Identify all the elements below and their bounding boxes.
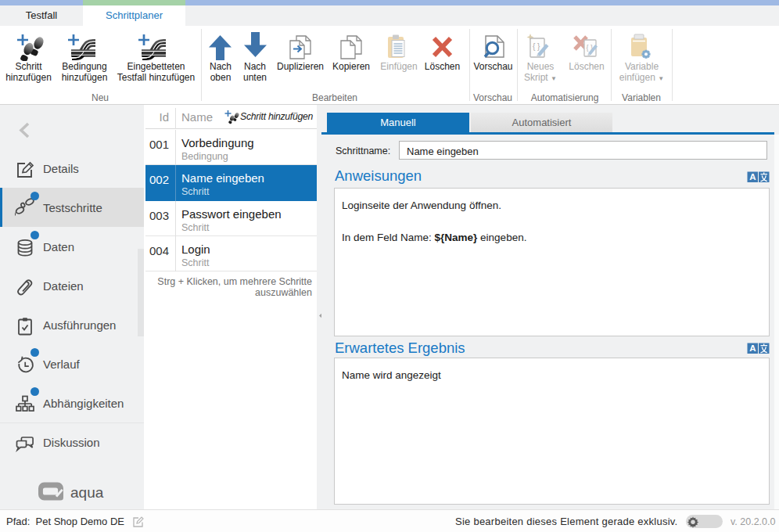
svg-text:{ }: { } [533,42,540,51]
svg-text:A: A [749,172,756,182]
svg-text:A: A [749,343,756,353]
